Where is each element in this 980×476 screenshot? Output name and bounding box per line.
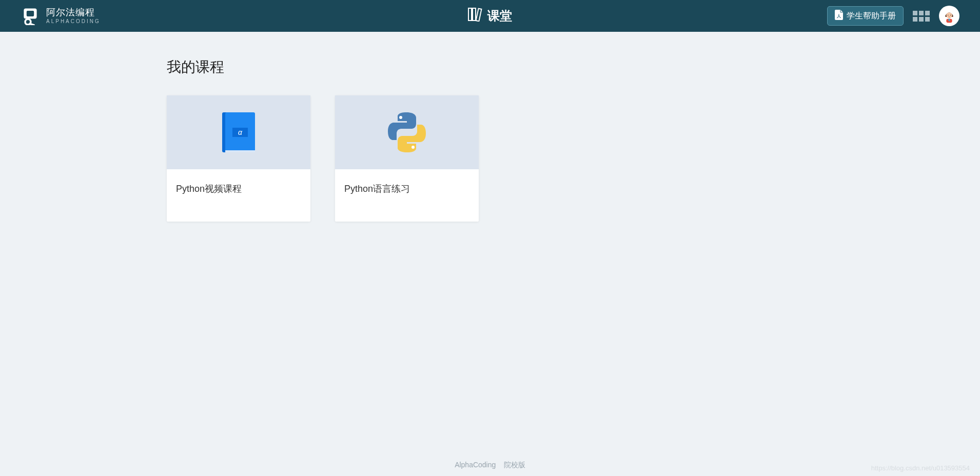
svg-point-12 — [948, 15, 949, 16]
main-content: 我的课程 α Python视频课程 — [156, 32, 824, 222]
watermark: https://blog.csdn.net/u013593554 — [871, 464, 970, 472]
header-title-text: 课堂 — [487, 8, 512, 24]
course-card-title: Python视频课程 — [176, 183, 301, 195]
svg-rect-5 — [473, 8, 476, 21]
svg-rect-6 — [476, 9, 482, 22]
app-header: 阿尔法编程 ALPHACODING 课堂 人 学生帮助手册 — [0, 0, 980, 32]
svg-text:α: α — [238, 128, 243, 136]
header-actions: 人 学生帮助手册 — [827, 6, 959, 26]
footer: AlphaCoding 院校版 — [0, 461, 980, 470]
brand[interactable]: 阿尔法编程 ALPHACODING — [21, 7, 101, 25]
help-button-label: 学生帮助手册 — [847, 11, 896, 22]
apps-grid-icon[interactable] — [913, 11, 930, 22]
header-title: 课堂 — [468, 7, 512, 25]
brand-text: 阿尔法编程 ALPHACODING — [46, 8, 101, 25]
svg-line-2 — [30, 24, 34, 25]
brand-name-en: ALPHACODING — [46, 18, 101, 24]
student-help-button[interactable]: 人 学生帮助手册 — [827, 6, 904, 26]
svg-rect-11 — [949, 19, 950, 22]
brand-name-cn: 阿尔法编程 — [46, 8, 101, 18]
svg-point-20 — [411, 146, 415, 149]
svg-text:人: 人 — [836, 14, 841, 18]
books-icon — [468, 7, 483, 25]
svg-rect-3 — [27, 11, 34, 16]
course-card-image — [335, 95, 479, 169]
user-avatar[interactable] — [939, 6, 959, 26]
python-icon — [384, 109, 430, 155]
course-card-title: Python语言练习 — [344, 183, 469, 195]
pdf-file-icon: 人 — [835, 10, 843, 22]
svg-rect-4 — [468, 8, 472, 21]
svg-rect-18 — [225, 150, 255, 152]
page-title: 我的课程 — [167, 57, 813, 77]
course-card-image: α — [167, 95, 310, 169]
book-icon: α — [218, 109, 259, 155]
svg-point-9 — [946, 12, 952, 18]
course-card[interactable]: α Python视频课程 — [167, 95, 310, 222]
footer-brand: AlphaCoding — [455, 461, 496, 469]
logo-icon — [21, 7, 40, 25]
course-list: α Python视频课程 — [167, 95, 813, 222]
svg-point-13 — [950, 15, 951, 16]
footer-edition: 院校版 — [504, 461, 525, 469]
course-card[interactable]: Python语言练习 — [335, 95, 479, 222]
svg-point-19 — [399, 116, 402, 119]
